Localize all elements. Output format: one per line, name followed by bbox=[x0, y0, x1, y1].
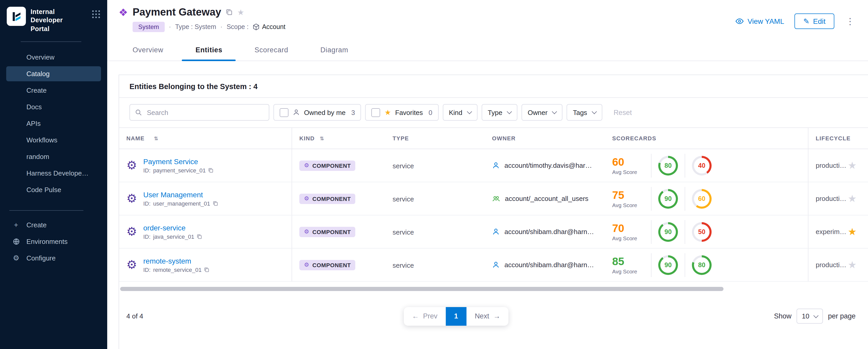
filter-dropdown-kind[interactable]: Kind bbox=[442, 104, 477, 121]
tab-diagram[interactable]: Diagram bbox=[317, 40, 351, 61]
next-page-button[interactable]: Next → bbox=[466, 308, 508, 325]
apps-grid-icon[interactable] bbox=[92, 10, 101, 19]
app-title: Internal Developer Portal bbox=[31, 8, 80, 33]
table-row[interactable]: ⚙ remote-system ID: remote_service_01 ⚙ … bbox=[119, 249, 868, 282]
page-size-select[interactable]: 10 bbox=[797, 309, 823, 324]
chevron-down-icon bbox=[552, 109, 557, 114]
favorite-star-icon[interactable]: ★ bbox=[848, 193, 857, 204]
entity-gear-icon: ⚙ bbox=[126, 193, 137, 204]
sort-icon[interactable]: ⇅ bbox=[320, 136, 324, 141]
kind-badge: ⚙ COMPONENT bbox=[299, 260, 355, 270]
favorite-title-star-icon[interactable]: ★ bbox=[237, 7, 244, 17]
sidebar-item-create[interactable]: +Create bbox=[6, 218, 101, 232]
divider bbox=[685, 154, 685, 177]
horizontal-scrollbar[interactable] bbox=[120, 287, 723, 291]
dropdown-label: Tags bbox=[573, 108, 587, 116]
tab-entities[interactable]: Entities bbox=[192, 40, 225, 61]
sidebar-item-configure[interactable]: ⚙Configure bbox=[6, 251, 101, 266]
lifecycle-value: producti… bbox=[816, 195, 846, 202]
dropdown-label: Owner bbox=[528, 108, 548, 116]
kind-label: COMPONENT bbox=[312, 163, 351, 169]
cell-owner: account/_account_all_users bbox=[492, 194, 612, 203]
id-prefix: ID: bbox=[143, 267, 150, 273]
copy-title-icon[interactable] bbox=[226, 9, 232, 15]
entity-gear-icon: ⚙ bbox=[126, 159, 137, 171]
copy-id-icon[interactable] bbox=[204, 267, 210, 273]
owner-value: account/shibam.dhar@harn… bbox=[504, 228, 594, 235]
copy-id-icon[interactable] bbox=[197, 234, 202, 239]
favorites-filter[interactable]: ★ Favorites 0 bbox=[365, 104, 439, 121]
entity-name-link[interactable]: User Management bbox=[143, 191, 218, 199]
cell-lifecycle: producti… ★ bbox=[808, 149, 868, 182]
scorecard-gauge: 40 bbox=[692, 156, 712, 175]
sidebar-item-docs[interactable]: Docs bbox=[6, 99, 101, 115]
name-header-label: NAME bbox=[126, 135, 145, 141]
owner-header-label: OWNER bbox=[492, 135, 516, 141]
owned-by-me-filter[interactable]: Owned by me 3 bbox=[274, 104, 361, 121]
filter-dropdown-owner[interactable]: Owner bbox=[522, 104, 563, 121]
table-row[interactable]: ⚙ order-service ID: java_service_01 ⚙ CO… bbox=[119, 215, 868, 249]
more-options-kebab-icon[interactable]: ⋮ bbox=[846, 16, 855, 27]
reset-filters-button[interactable]: Reset bbox=[614, 108, 632, 116]
favorites-checkbox[interactable] bbox=[372, 108, 380, 117]
tab-scorecard[interactable]: Scorecard bbox=[251, 40, 291, 61]
search-box bbox=[129, 104, 269, 121]
sidebar-item-apis[interactable]: APIs bbox=[6, 116, 101, 131]
sidebar-item-workflows[interactable]: Workflows bbox=[6, 132, 101, 148]
page-header: ❖ Payment Gateway ★ System · Type : Syst… bbox=[107, 0, 868, 32]
entity-name-link[interactable]: Payment Service bbox=[143, 157, 213, 166]
sidebar-item-code-pulse[interactable]: Code Pulse bbox=[6, 182, 101, 197]
cell-scorecards: 75 Avg Score 90 60 bbox=[612, 187, 808, 211]
sidebar-item-create[interactable]: Create bbox=[6, 83, 101, 98]
table-row[interactable]: ⚙ User Management ID: user_management_01… bbox=[119, 182, 868, 215]
entity-name-link[interactable]: remote-system bbox=[143, 257, 209, 265]
cell-name: ⚙ remote-system ID: remote_service_01 bbox=[119, 249, 292, 281]
sidebar-item-harness-develope-[interactable]: Harness Develope… bbox=[6, 166, 101, 181]
filter-dropdown-type[interactable]: Type bbox=[482, 104, 517, 121]
sidebar-nav: OverviewCatalogCreateDocsAPIsWorkflowsra… bbox=[0, 48, 107, 199]
copy-id-icon[interactable] bbox=[213, 201, 218, 206]
cell-owner: account/shibam.dhar@harn… bbox=[492, 261, 612, 269]
scorecard-gauge: 60 bbox=[692, 189, 712, 209]
id-prefix: ID: bbox=[143, 233, 150, 240]
sidebar-item-overview[interactable]: Overview bbox=[6, 50, 101, 65]
search-input[interactable] bbox=[146, 108, 264, 117]
pagination: ← Prev 1 Next → bbox=[404, 307, 508, 325]
sidebar-item-random[interactable]: random bbox=[6, 149, 101, 164]
filter-dropdown-tags[interactable]: Tags bbox=[566, 104, 602, 121]
page-number-button[interactable]: 1 bbox=[446, 307, 466, 325]
column-header-kind[interactable]: KIND ⇅ bbox=[292, 135, 393, 141]
cell-type: service bbox=[393, 161, 492, 170]
owned-by-me-count: 3 bbox=[351, 108, 355, 116]
person-icon bbox=[492, 162, 500, 169]
favorite-star-icon[interactable]: ★ bbox=[848, 159, 857, 171]
cell-scorecards: 70 Avg Score 90 50 bbox=[612, 220, 808, 244]
id-prefix: ID: bbox=[143, 200, 150, 207]
favorites-count: 0 bbox=[429, 108, 432, 116]
favorite-star-icon[interactable]: ★ bbox=[848, 259, 857, 271]
copy-id-icon[interactable] bbox=[208, 168, 213, 173]
owned-by-me-checkbox[interactable] bbox=[280, 108, 288, 117]
column-header-scorecards: SCORECARDS bbox=[612, 135, 808, 141]
page-title: Payment Gateway bbox=[132, 6, 221, 18]
tab-overview[interactable]: Overview bbox=[129, 40, 166, 61]
cell-kind: ⚙ COMPONENT bbox=[292, 226, 393, 237]
sort-icon[interactable]: ⇅ bbox=[154, 135, 158, 141]
type-value: service bbox=[393, 228, 414, 236]
row-count: 4 of 4 bbox=[126, 312, 143, 320]
cell-type: service bbox=[393, 194, 492, 203]
sidebar-item-environments[interactable]: Environments bbox=[6, 234, 101, 249]
divider bbox=[685, 187, 685, 211]
cell-kind: ⚙ COMPONENT bbox=[292, 260, 393, 270]
favorite-star-icon[interactable]: ★ bbox=[848, 226, 857, 238]
cell-type: service bbox=[393, 260, 492, 269]
table-row[interactable]: ⚙ Payment Service ID: payment_service_01… bbox=[119, 149, 868, 182]
environments-icon bbox=[11, 238, 21, 246]
edit-button[interactable]: ✎ Edit bbox=[795, 13, 834, 29]
entity-name-link[interactable]: order-service bbox=[143, 224, 202, 232]
column-header-name[interactable]: NAME ⇅ bbox=[119, 128, 292, 149]
sidebar-item-catalog[interactable]: Catalog bbox=[6, 66, 101, 81]
prev-page-button[interactable]: ← Prev bbox=[404, 308, 446, 325]
view-yaml-button[interactable]: View YAML bbox=[736, 17, 784, 25]
harness-logo[interactable] bbox=[7, 7, 26, 26]
